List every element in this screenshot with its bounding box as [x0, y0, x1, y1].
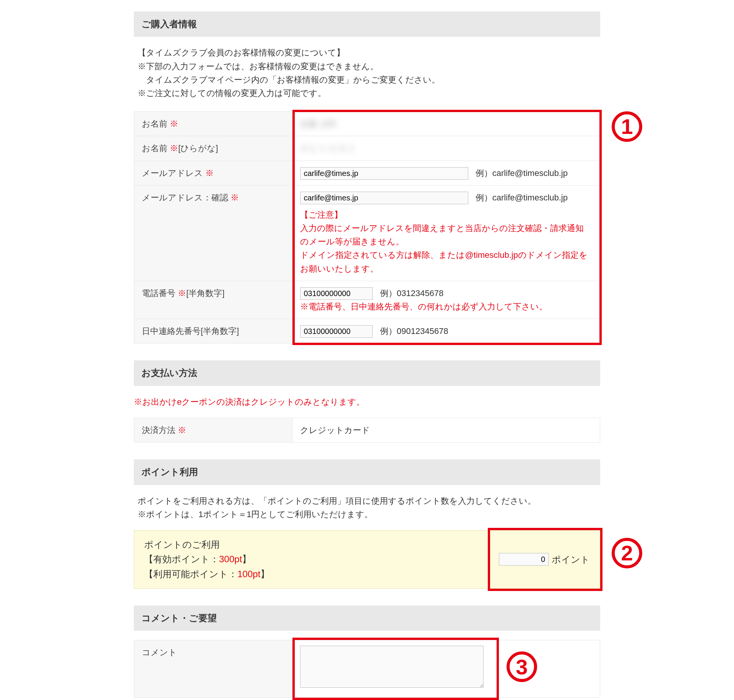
annotation-number-2: 2: [612, 538, 642, 568]
notice-line: ※ご注文に対しての情報の変更入力は可能です。: [138, 86, 596, 100]
label-day-phone: 日中連絡先番号[半角数字]: [134, 319, 292, 343]
label-phone: 電話番号 ※[半角数字]: [134, 281, 292, 319]
section-header-points: ポイント利用: [134, 459, 600, 485]
section-header-comment: コメント・ご要望: [134, 606, 600, 631]
payment-note: ※お出かけeクーポンの決済はクレジットのみとなります。: [134, 395, 600, 418]
label-comment: コメント: [134, 640, 292, 697]
buyer-notice: 【タイムズクラブ会員のお客様情報の変更について】 ※下部の入力フォームでは、お客…: [134, 46, 600, 111]
annotation-number-1: 1: [612, 111, 642, 142]
label-email: メールアドレス ※: [134, 161, 292, 185]
label-email-confirm: メールアドレス：確認 ※: [134, 185, 292, 281]
annotation-box-2: [488, 528, 602, 591]
value-payment-method: クレジットカード: [292, 418, 600, 442]
label-name-kana: お名前 ※[ひらがな]: [134, 136, 292, 161]
annotation-box-3: [292, 638, 499, 700]
label-payment-method: 決済方法 ※: [134, 418, 292, 442]
section-header-payment: お支払い方法: [134, 360, 600, 386]
label-name: お名前 ※: [134, 112, 292, 136]
points-desc: ポイントをご利用される方は、「ポイントのご利用」項目に使用するポイント数を入力し…: [134, 494, 600, 530]
payment-table: 決済方法 ※ クレジットカード: [134, 418, 600, 443]
notice-title: 【タイムズクラブ会員のお客様情報の変更について】: [138, 46, 596, 59]
annotation-box-1: [292, 110, 602, 345]
section-header-buyer: ご購入者情報: [134, 11, 600, 37]
notice-line: タイムズクラブマイページ内の「お客様情報の変更」からご変更ください。: [138, 73, 596, 86]
annotation-number-3: 3: [507, 651, 537, 682]
notice-line: ※下部の入力フォームでは、お客様情報の変更はできません。: [138, 60, 596, 73]
